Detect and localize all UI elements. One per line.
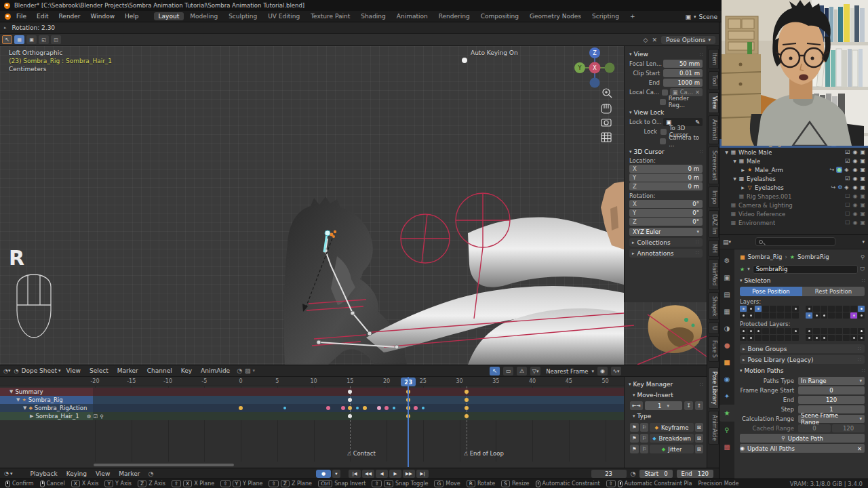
hide-eye-icon[interactable]: ◉ [852,149,857,155]
render-region-checkbox[interactable] [660,99,666,105]
hide-eye-icon[interactable]: ◉ [852,158,857,164]
field-focal-len-[interactable]: 50 mm [663,60,703,68]
protected-layer-cell[interactable] [835,335,842,341]
select-flag-icon[interactable]: ⚑ [630,423,639,432]
channel-sombra_hair_1[interactable]: ▶Sombra_Hair_1⚙☑⚲ [0,412,93,420]
channel-summary[interactable]: ▼Summary [0,388,93,396]
protected-layer-cell[interactable] [792,328,799,334]
properties-tab-render[interactable]: ▣ [719,269,734,286]
cursor-axis-field[interactable]: Z0 m [629,182,703,190]
outliner-row-male[interactable]: ▼▦Male☑◉▣ [719,157,868,165]
cursor-axis-field[interactable]: X0 m [629,165,703,173]
protected-layer-cell[interactable] [821,328,827,334]
layer-cell[interactable] [850,306,857,312]
outliner-row-environment[interactable]: ▦Environment☐◉▣ [719,218,868,227]
app-menu-icon[interactable] [5,14,11,20]
layer-cell[interactable] [828,306,835,312]
field-calculation-range[interactable]: Scene Frame Range▾ [798,415,865,423]
protected-layer-cell[interactable] [777,328,784,334]
select-mode-tweak-icon[interactable]: ▦ [14,35,24,44]
protected-layer-cell[interactable] [792,335,799,341]
cursor-axis-field[interactable]: Z0° [629,218,703,226]
protected-layer-cell[interactable] [821,335,827,341]
field-frame-range-start[interactable]: 0 [798,386,865,394]
render-camera-icon[interactable]: ▣ [860,193,865,199]
layer-cell[interactable] [747,312,754,319]
panel-3d-cursor-header[interactable]: ▾3D Cursor∷ [629,147,707,157]
keyframe-action-f24[interactable] [414,406,418,410]
rotation-order-dropdown[interactable]: XYZ Euler▾ [629,228,703,236]
expand-icon[interactable]: ▶ [740,185,746,190]
layer-cell[interactable] [770,306,776,312]
clock-icon[interactable]: ◔ [148,470,153,477]
protected-layer-cell[interactable] [740,328,747,334]
protected-layer-cell[interactable] [858,335,865,341]
hide-eye-icon[interactable]: ◉ [852,167,857,173]
select-flag-icon[interactable]: ⚑ [630,445,639,453]
render-camera-icon[interactable]: ▣ [860,211,865,217]
sidebar-tab-daz-im[interactable]: DAZ Im [708,210,719,239]
hide-eye-icon[interactable]: ◉ [852,193,857,199]
viewport-nav-icons[interactable] [601,89,612,142]
lock-icon[interactable]: ⚲ [100,413,104,420]
keyframe-action-f25[interactable] [422,407,425,409]
skeleton-panel-header[interactable]: ▾Skeleton∷ [740,276,868,285]
select-mode-box-icon[interactable]: ▣ [26,35,37,44]
marker-contact[interactable]: △Contact [347,450,375,457]
select-mode-circle-icon[interactable]: ◱ [39,35,49,44]
start-frame-field[interactable]: Start0 [639,470,672,478]
properties-search-input[interactable] [755,237,835,246]
end-frame-field[interactable]: End120 [677,470,713,478]
protected-layer-cell[interactable] [755,328,762,334]
layer-cell[interactable] [813,306,820,312]
key-type-jitter[interactable]: ◆Jitter [650,445,693,453]
move-insert-header[interactable]: ▾Move-Insert [633,390,707,400]
key-type-keyframe[interactable]: ◆Keyframe [650,423,693,432]
box-select-icon[interactable]: ▭ [503,367,513,375]
keyframe-action-f12[interactable] [326,406,330,410]
animaide-clock-icon[interactable]: ◔ [237,367,242,374]
shape-icon[interactable]: ◈ [844,167,848,173]
protected-layer-cell[interactable] [762,335,769,341]
snap-mode-dropdown[interactable]: Nearest Frame [546,368,588,375]
layer-cell[interactable] [828,312,835,319]
proportional-edit-icon[interactable]: ∿▾ [611,367,621,375]
layer-cell[interactable] [762,306,769,312]
layer-cell[interactable] [792,306,799,312]
layer-cell[interactable] [777,312,784,319]
render-camera-icon[interactable]: ▣ [860,167,865,173]
properties-tab-view-layer[interactable]: ▦ [719,303,734,320]
pose-icon[interactable]: ● [836,167,842,173]
next-keyframe-button[interactable]: ▶▶ [403,470,415,478]
keyframe-action-f0[interactable] [239,406,243,410]
update-all-paths-button[interactable]: ◉Update All Paths✕ [740,444,865,453]
type-header[interactable]: ▾Type [633,411,707,421]
pose-position-button[interactable]: Pose Position [740,287,802,296]
pose-options-button[interactable]: Pose Options▾ [661,36,715,44]
workspace-tab-geometry-nodes[interactable]: Geometry Nodes [525,12,586,20]
channel-sombra_rig[interactable]: ▼★Sombra_Rig [0,396,93,404]
protected-layer-cell[interactable] [770,335,776,341]
channel-strip-summary[interactable] [0,388,624,396]
protected-layer-cell[interactable] [785,335,791,341]
protected-layer-cell[interactable] [828,335,835,341]
protected-layer-cell[interactable] [770,328,776,334]
timeline-menu-keying[interactable]: Keying [66,470,87,477]
layer-cell[interactable] [806,306,812,312]
panel-collections-header[interactable]: ▸Collections∷ [629,238,703,247]
to-3d-cursor-checkbox[interactable] [660,129,667,135]
workspace-tab-texture-paint[interactable]: Texture Paint [306,12,355,20]
snap-icon[interactable]: ◉ [597,367,608,375]
marker-end-of-loop[interactable]: △End of Loop [464,450,504,457]
delete-icon[interactable]: ⊠ [695,445,703,453]
protected-layer-cell[interactable] [762,328,769,334]
collapse-icon[interactable]: ▸ [4,25,7,30]
layer-cell[interactable] [747,306,754,312]
render-camera-icon[interactable]: ▣ [860,176,865,182]
cursor-axis-field[interactable]: Y0° [629,209,703,217]
sidebar-tab-shapek[interactable]: Shapek [708,292,719,321]
expand-icon[interactable]: ▶ [740,167,746,172]
outliner-row-eyelashes[interactable]: ▼▦Eyelashes☑◉▣ [719,174,868,183]
update-path-button[interactable]: ⚲Update Path [740,434,865,443]
hide-eye-icon[interactable]: ◉ [852,176,857,182]
